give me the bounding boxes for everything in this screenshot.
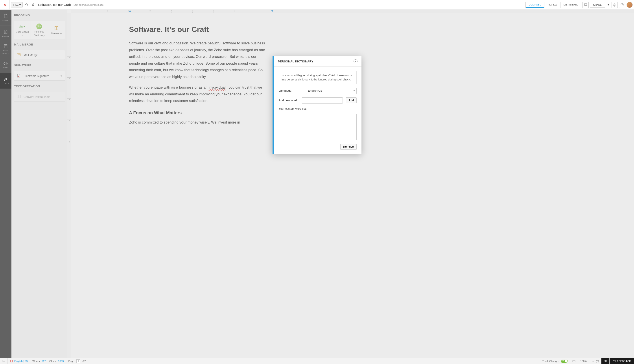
close-icon: ✕ (355, 60, 357, 63)
page-label: Page: (68, 360, 75, 362)
tab-compose[interactable]: COMPOSE (526, 2, 544, 8)
page-of-label: of 2 (82, 360, 86, 362)
zoom-control[interactable]: 100% (578, 358, 589, 364)
add-word-row: Add new word: Add (279, 97, 357, 104)
language-label: Language: (279, 89, 303, 92)
add-word-label: Add new word: (279, 99, 299, 102)
document-title[interactable]: Software. It's our Craft (38, 3, 71, 6)
zoom-value: 100% (580, 360, 587, 362)
status-word-count[interactable]: Words: 222 Chars: 1303 (30, 358, 66, 364)
modal-title: PERSONAL DICTIONARY (278, 60, 313, 63)
share-dropdown-button[interactable]: ▾ (606, 2, 610, 8)
modal-info-text: Is your word flagged during spell check?… (279, 71, 357, 84)
track-changes-label: Track Changes (542, 360, 560, 362)
top-bar: FILE ▾ Software. It's our Craft Last edi… (0, 0, 634, 10)
language-value: English(US) (308, 89, 323, 92)
file-menu-label: FILE (13, 3, 19, 6)
chevron-down-icon: ▾ (19, 3, 21, 6)
track-changes-toggle[interactable]: Track Changes ON (540, 358, 570, 364)
settings-button[interactable] (611, 2, 618, 8)
status-bar: English(US) Words: 222 Chars: 1303 Page:… (0, 358, 634, 364)
main-area: FORMAT INSERT PAGE LAYOUT VIEW TOOLS PRO… (0, 10, 634, 358)
language-select[interactable]: English(US) ▾ (306, 88, 357, 94)
keyboard-button[interactable] (570, 358, 578, 364)
modal-close-button[interactable]: ✕ (353, 59, 357, 63)
share-button[interactable]: SHARE (590, 2, 605, 8)
custom-word-listbox[interactable] (279, 114, 357, 140)
star-favorite-button[interactable] (24, 2, 29, 8)
word-list-label: Your custom word list: (279, 107, 357, 110)
svg-rect-8 (573, 360, 575, 362)
last-edit-time: Last edit was 5 minutes ago (74, 4, 103, 6)
svg-rect-7 (10, 360, 12, 362)
file-menu-button[interactable]: FILE ▾ (11, 2, 23, 8)
chevron-down-icon: ▾ (353, 90, 355, 92)
toggle-on-label: ON (561, 360, 564, 362)
personal-dictionary-modal: PERSONAL DICTIONARY ✕ Is your word flagg… (273, 56, 361, 154)
svg-text:?: ? (622, 4, 623, 6)
feedback-button[interactable]: FEEDBACK (609, 358, 634, 364)
help-button[interactable]: ? (619, 2, 625, 8)
status-language-button[interactable]: English(US) (8, 358, 30, 364)
comments-panel-button[interactable] (582, 2, 589, 8)
modal-body: Is your word flagged during spell check?… (274, 66, 361, 154)
status-chat-button[interactable] (0, 358, 8, 364)
words-value: 222 (42, 360, 46, 362)
add-word-input[interactable] (302, 97, 343, 104)
modal-footer: Remove (279, 144, 357, 150)
words-label: Words: (32, 360, 40, 362)
close-app-button[interactable] (0, 0, 10, 10)
page-input[interactable] (76, 360, 80, 363)
tab-distribute[interactable]: DISTRIBUTE (560, 2, 581, 8)
comments-count-value: (0) (596, 360, 599, 362)
chars-label: Chars: (49, 360, 57, 362)
remove-word-button[interactable]: Remove (340, 144, 357, 150)
feedback-label: FEEDBACK (617, 360, 631, 362)
modal-header: PERSONAL DICTIONARY ✕ (274, 56, 361, 66)
language-row: Language: English(US) ▾ (279, 88, 357, 94)
reading-mode-button[interactable] (601, 358, 609, 364)
mode-tabs: COMPOSE REVIEW DISTRIBUTE (525, 2, 581, 8)
tab-review[interactable]: REVIEW (544, 2, 560, 8)
comments-count-button[interactable]: (0) (589, 358, 601, 364)
chars-value: 1303 (58, 360, 64, 362)
status-language-value: English(US) (14, 360, 28, 362)
status-page: Page: of 2 (66, 358, 88, 364)
toggle-switch[interactable]: ON (561, 360, 568, 363)
add-word-button[interactable]: Add (346, 97, 357, 103)
lock-icon (31, 2, 36, 8)
user-avatar[interactable] (626, 2, 633, 8)
